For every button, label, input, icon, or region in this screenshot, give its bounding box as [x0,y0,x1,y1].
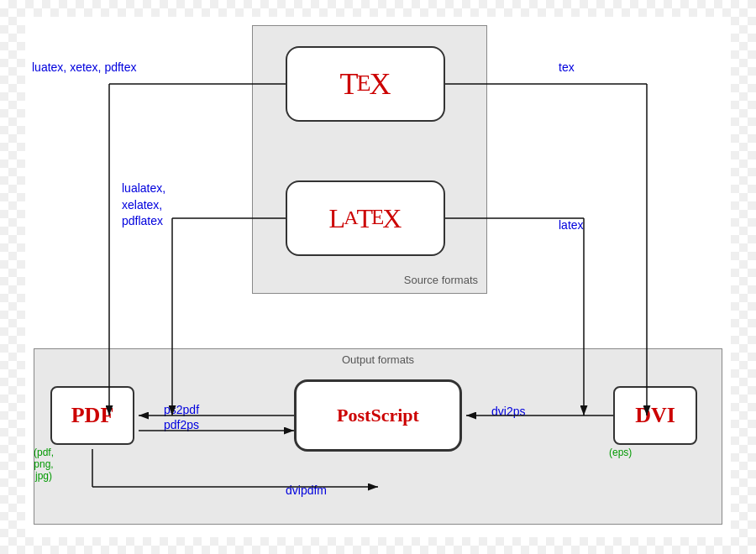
latex-box: LATEX [286,180,445,256]
eps-label: (eps) [609,447,632,458]
luatex-label: luatex, xetex, pdftex [32,60,137,74]
dvi-box: DVI [613,386,697,445]
ps2pdf-label: ps2pdf [164,403,199,416]
latex-label: latex [559,218,584,232]
dvipdfm-label: dvipdfm [286,483,327,497]
dvi-label: DVI [635,403,675,428]
pdf-formats-label: (pdf,png,jpg) [34,447,54,482]
lualatex-label: lualatex,xelatex,pdflatex [122,180,165,230]
tex-logo: TEX [339,69,391,99]
postscript-label: PostScript [337,405,419,426]
pdf-label: PDF [71,403,114,428]
output-formats-label: Output formats [342,353,414,366]
dvi2ps-label: dvi2ps [491,405,525,418]
source-formats-label: Source formats [404,274,478,286]
postscript-box: PostScript [294,379,462,452]
pdf2ps-label: pdf2ps [164,418,199,431]
main-diagram: Source formats Output formats TEX LATEX … [25,17,731,537]
tex-label: tex [559,60,575,74]
tex-box: TEX [286,46,445,122]
latex-logo: LATEX [329,205,402,232]
pdf-box: PDF [50,386,134,445]
